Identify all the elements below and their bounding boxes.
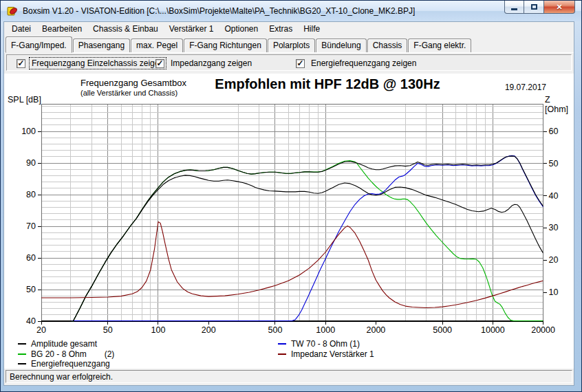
legend-label: TW 70 - 8 Ohm (1)	[291, 339, 360, 349]
legend-swatch	[278, 353, 286, 355]
tab-0[interactable]: F-Gang/Imped.	[6, 36, 72, 53]
tab-3[interactable]: F-Gang Richtungen	[184, 39, 267, 52]
option-panel: ✓Frequenzgang Einzelchassis zeigen✓Imped…	[6, 54, 572, 71]
menu-item-0[interactable]: Datei	[6, 23, 36, 35]
tick-label: 1000	[316, 325, 335, 335]
tick-label: 90	[26, 158, 36, 168]
minimize-button[interactable]	[504, 1, 524, 14]
tab-5[interactable]: Bündelung	[316, 39, 366, 52]
tab-7[interactable]: F-Gang elektr.	[408, 39, 471, 52]
menubar: DateiBearbeitenChassis & EinbauVerstärke…	[4, 22, 574, 36]
menu-item-5[interactable]: Extras	[263, 23, 298, 35]
tick-label: 60	[26, 253, 36, 263]
plot-border	[41, 104, 543, 321]
legend-item: Impedanz Verstärker 1	[278, 349, 374, 360]
close-icon: ✕	[556, 3, 562, 11]
tick-label: 20	[36, 325, 46, 335]
checkbox-label-1[interactable]: Impedanzgang zeigen	[169, 58, 254, 69]
status-message: Berechnung war erfolgreich.	[6, 370, 572, 383]
curve-energiefrequenzgang	[73, 175, 543, 321]
checkbox-1[interactable]: ✓	[155, 59, 164, 68]
tick-label: 200	[202, 325, 216, 335]
tick-label: 10000	[481, 325, 505, 335]
tick-label: 80	[26, 190, 36, 199]
tick-label: 50	[26, 285, 36, 294]
tick-label: 40	[26, 316, 36, 326]
checkmark-icon: ✓	[297, 59, 303, 67]
legend-swatch	[278, 343, 286, 345]
checkbox-item-1: ✓Impedanzgang zeigen	[155, 58, 254, 69]
option-row: ✓Frequenzgang Einzelchassis zeigen✓Imped…	[4, 53, 574, 74]
curve-impedanz-verst-rker-1	[41, 222, 543, 308]
menu-item-3[interactable]: Verstärker 1	[164, 23, 219, 35]
minimize-icon	[511, 8, 517, 10]
menu-item-4[interactable]: Optionen	[219, 23, 263, 35]
checkbox-item-0: ✓Frequenzgang Einzelchassis zeigen	[17, 58, 166, 69]
statusbar: Berechnung war erfolgreich.	[4, 369, 574, 385]
app-window: Boxsim V1.20 - VISATON-Edition [C:\...\B…	[0, 0, 582, 392]
frequency-response-plot: 4050607080901001020304050602050100200500…	[4, 74, 574, 369]
tick-label: 20	[549, 255, 559, 265]
window-title: Boxsim V1.20 - VISATON-Edition [C:\...\B…	[23, 6, 415, 16]
legend-swatch	[18, 353, 26, 355]
checkbox-2[interactable]: ✓	[296, 59, 305, 68]
legend-label: Energiefrequenzgang	[31, 359, 110, 369]
curve-bg-20-8-ohm-2-	[41, 161, 543, 321]
tick-label: 50	[103, 325, 113, 335]
menu-item-2[interactable]: Chassis & Einbau	[87, 23, 164, 35]
legend-swatch	[18, 343, 26, 345]
menu-item-1[interactable]: Bearbeiten	[36, 23, 87, 35]
tick-label: 70	[26, 221, 36, 231]
tabstrip: F-Gang/Imped.Phasengangmax. PegelF-Gang …	[4, 36, 574, 53]
tick-label: 500	[268, 325, 283, 335]
window-controls: ✕	[504, 1, 575, 14]
checkmark-icon: ✓	[156, 59, 163, 67]
tab-1[interactable]: Phasengang	[73, 39, 130, 52]
checkbox-item-2: ✓Energiefrequenzgang zeigen	[296, 58, 418, 69]
menu-item-6[interactable]: Hilfe	[298, 23, 325, 35]
tab-2[interactable]: max. Pegel	[131, 39, 183, 52]
legend-label: Impedanz Verstärker 1	[291, 349, 374, 359]
legend-label: BG 20 - 8 Ohm	[31, 349, 87, 359]
tab-6[interactable]: Chassis	[367, 39, 408, 52]
tick-label: 30	[549, 223, 559, 232]
close-button[interactable]: ✕	[544, 1, 575, 14]
legend-label: Amplitude gesamt	[31, 339, 97, 349]
tick-label: 50	[549, 159, 559, 168]
legend-item: Amplitude gesamt	[18, 339, 114, 349]
tick-label: 5000	[433, 325, 452, 335]
window-content: DateiBearbeitenChassis & EinbauVerstärke…	[3, 21, 574, 386]
legend-count: (2)	[105, 349, 115, 359]
app-icon	[7, 6, 18, 17]
legend-column-1: TW 70 - 8 Ohm (1)Impedanz Verstärker 1	[278, 339, 374, 359]
checkbox-label-0[interactable]: Frequenzgang Einzelchassis zeigen	[30, 58, 166, 69]
tick-label: 20000	[531, 325, 555, 335]
tick-label: 2000	[366, 325, 385, 335]
tab-4[interactable]: Polarplots	[268, 39, 315, 52]
maximize-button[interactable]	[524, 1, 544, 14]
legend-item: Energiefrequenzgang	[18, 359, 114, 369]
maximize-icon	[531, 4, 537, 10]
titlebar[interactable]: Boxsim V1.20 - VISATON-Edition [C:\...\B…	[1, 1, 581, 21]
tick-label: 10	[549, 287, 559, 297]
checkmark-icon: ✓	[17, 59, 24, 67]
legend-item: BG 20 - 8 Ohm(2)	[18, 349, 114, 360]
tick-label: 40	[549, 191, 559, 201]
legend-swatch	[18, 363, 26, 364]
checkbox-0[interactable]: ✓	[17, 59, 25, 68]
legend-item: TW 70 - 8 Ohm (1)	[278, 339, 374, 349]
tick-label: 100	[151, 325, 166, 335]
tick-label: 100	[21, 127, 36, 136]
tick-label: 60	[549, 127, 559, 136]
legend-column-0: Amplitude gesamtBG 20 - 8 Ohm(2)Energief…	[18, 339, 114, 369]
curves-group	[41, 155, 543, 321]
chart-region: Frequenzgang Gesamtbox (alle Verstärker …	[4, 74, 574, 369]
checkbox-label-2[interactable]: Energiefrequenzgang zeigen	[309, 58, 418, 69]
